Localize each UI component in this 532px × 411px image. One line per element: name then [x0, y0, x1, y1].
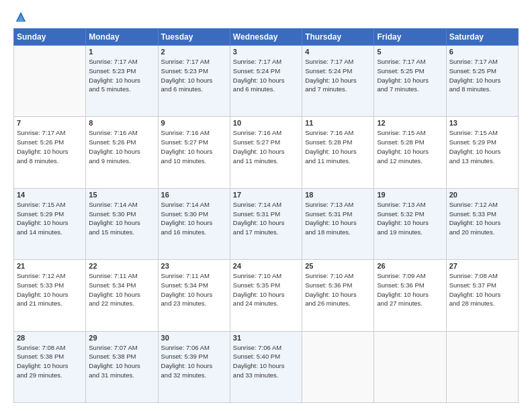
calendar-cell: 29Sunrise: 7:07 AMSunset: 5:38 PMDayligh… — [86, 331, 158, 402]
calendar-header-sunday: Sunday — [14, 29, 86, 46]
day-info: Sunrise: 7:14 AMSunset: 5:30 PMDaylight:… — [89, 200, 154, 237]
day-number: 11 — [305, 119, 371, 127]
day-info: Sunrise: 7:08 AMSunset: 5:38 PMDaylight:… — [17, 343, 83, 380]
day-number: 15 — [89, 191, 154, 199]
calendar-cell: 2Sunrise: 7:17 AMSunset: 5:23 PMDaylight… — [158, 46, 230, 117]
calendar-cell — [14, 46, 86, 117]
day-number: 2 — [161, 48, 227, 56]
day-number: 30 — [161, 334, 227, 342]
calendar-cell: 12Sunrise: 7:15 AMSunset: 5:28 PMDayligh… — [374, 117, 446, 188]
day-number: 6 — [449, 48, 515, 56]
day-info: Sunrise: 7:10 AMSunset: 5:35 PMDaylight:… — [233, 271, 299, 308]
day-info: Sunrise: 7:14 AMSunset: 5:30 PMDaylight:… — [161, 200, 227, 237]
day-number: 12 — [377, 119, 443, 127]
calendar-cell: 25Sunrise: 7:10 AMSunset: 5:36 PMDayligh… — [302, 260, 374, 331]
calendar-cell: 15Sunrise: 7:14 AMSunset: 5:30 PMDayligh… — [86, 188, 158, 259]
day-number: 17 — [233, 191, 299, 199]
day-info: Sunrise: 7:15 AMSunset: 5:29 PMDaylight:… — [17, 200, 83, 237]
calendar-cell: 11Sunrise: 7:16 AMSunset: 5:28 PMDayligh… — [302, 117, 374, 188]
calendar-cell: 21Sunrise: 7:12 AMSunset: 5:33 PMDayligh… — [14, 260, 86, 331]
calendar-cell: 24Sunrise: 7:10 AMSunset: 5:35 PMDayligh… — [230, 260, 302, 331]
day-number: 23 — [161, 262, 227, 270]
day-info: Sunrise: 7:17 AMSunset: 5:23 PMDaylight:… — [161, 57, 227, 94]
calendar-cell — [446, 331, 518, 402]
calendar-cell — [302, 331, 374, 402]
day-info: Sunrise: 7:08 AMSunset: 5:37 PMDaylight:… — [449, 271, 515, 308]
calendar-header-row: SundayMondayTuesdayWednesdayThursdayFrid… — [14, 29, 519, 46]
calendar-cell: 17Sunrise: 7:14 AMSunset: 5:31 PMDayligh… — [230, 188, 302, 259]
page: SundayMondayTuesdayWednesdayThursdayFrid… — [0, 0, 532, 411]
calendar-cell: 7Sunrise: 7:17 AMSunset: 5:26 PMDaylight… — [14, 117, 86, 188]
day-number: 9 — [161, 119, 227, 127]
day-info: Sunrise: 7:17 AMSunset: 5:24 PMDaylight:… — [305, 57, 371, 94]
day-info: Sunrise: 7:16 AMSunset: 5:26 PMDaylight:… — [89, 128, 154, 165]
calendar-week-row: 1Sunrise: 7:17 AMSunset: 5:23 PMDaylight… — [14, 46, 519, 117]
calendar-cell: 22Sunrise: 7:11 AMSunset: 5:34 PMDayligh… — [86, 260, 158, 331]
calendar-header-saturday: Saturday — [446, 29, 518, 46]
calendar-cell: 23Sunrise: 7:11 AMSunset: 5:34 PMDayligh… — [158, 260, 230, 331]
day-info: Sunrise: 7:17 AMSunset: 5:26 PMDaylight:… — [17, 128, 83, 165]
day-info: Sunrise: 7:16 AMSunset: 5:28 PMDaylight:… — [305, 128, 371, 165]
calendar-cell: 16Sunrise: 7:14 AMSunset: 5:30 PMDayligh… — [158, 188, 230, 259]
day-number: 10 — [233, 119, 299, 127]
calendar-cell: 14Sunrise: 7:15 AMSunset: 5:29 PMDayligh… — [14, 188, 86, 259]
day-info: Sunrise: 7:11 AMSunset: 5:34 PMDaylight:… — [89, 271, 154, 308]
day-info: Sunrise: 7:12 AMSunset: 5:33 PMDaylight:… — [17, 271, 83, 308]
calendar-week-row: 21Sunrise: 7:12 AMSunset: 5:33 PMDayligh… — [14, 260, 519, 331]
day-number: 26 — [377, 262, 443, 270]
calendar-week-row: 28Sunrise: 7:08 AMSunset: 5:38 PMDayligh… — [14, 331, 519, 402]
calendar-header-wednesday: Wednesday — [230, 29, 302, 46]
day-number: 7 — [17, 119, 83, 127]
logo-icon — [15, 11, 27, 23]
day-info: Sunrise: 7:13 AMSunset: 5:32 PMDaylight:… — [377, 200, 443, 237]
calendar-header-monday: Monday — [86, 29, 158, 46]
day-number: 5 — [377, 48, 443, 56]
calendar-cell: 6Sunrise: 7:17 AMSunset: 5:25 PMDaylight… — [446, 46, 518, 117]
calendar-cell: 26Sunrise: 7:09 AMSunset: 5:36 PMDayligh… — [374, 260, 446, 331]
day-info: Sunrise: 7:14 AMSunset: 5:31 PMDaylight:… — [233, 200, 299, 237]
header — [13, 11, 519, 23]
calendar-cell: 4Sunrise: 7:17 AMSunset: 5:24 PMDaylight… — [302, 46, 374, 117]
day-number: 1 — [89, 48, 154, 56]
day-number: 13 — [449, 119, 515, 127]
day-number: 4 — [305, 48, 371, 56]
day-info: Sunrise: 7:16 AMSunset: 5:27 PMDaylight:… — [233, 128, 299, 165]
day-number: 3 — [233, 48, 299, 56]
day-info: Sunrise: 7:17 AMSunset: 5:24 PMDaylight:… — [233, 57, 299, 94]
calendar-cell: 28Sunrise: 7:08 AMSunset: 5:38 PMDayligh… — [14, 331, 86, 402]
day-number: 24 — [233, 262, 299, 270]
calendar-cell: 9Sunrise: 7:16 AMSunset: 5:27 PMDaylight… — [158, 117, 230, 188]
day-number: 25 — [305, 262, 371, 270]
day-info: Sunrise: 7:15 AMSunset: 5:28 PMDaylight:… — [377, 128, 443, 165]
logo — [13, 11, 28, 23]
day-info: Sunrise: 7:17 AMSunset: 5:25 PMDaylight:… — [449, 57, 515, 94]
day-info: Sunrise: 7:06 AMSunset: 5:39 PMDaylight:… — [161, 343, 227, 380]
day-number: 28 — [17, 334, 83, 342]
calendar-cell: 20Sunrise: 7:12 AMSunset: 5:33 PMDayligh… — [446, 188, 518, 259]
calendar-cell: 8Sunrise: 7:16 AMSunset: 5:26 PMDaylight… — [86, 117, 158, 188]
day-number: 20 — [449, 191, 515, 199]
day-info: Sunrise: 7:11 AMSunset: 5:34 PMDaylight:… — [161, 271, 227, 308]
day-info: Sunrise: 7:10 AMSunset: 5:36 PMDaylight:… — [305, 271, 371, 308]
calendar-cell: 13Sunrise: 7:15 AMSunset: 5:29 PMDayligh… — [446, 117, 518, 188]
day-info: Sunrise: 7:17 AMSunset: 5:25 PMDaylight:… — [377, 57, 443, 94]
day-number: 18 — [305, 191, 371, 199]
day-number: 16 — [161, 191, 227, 199]
calendar-cell: 19Sunrise: 7:13 AMSunset: 5:32 PMDayligh… — [374, 188, 446, 259]
day-info: Sunrise: 7:12 AMSunset: 5:33 PMDaylight:… — [449, 200, 515, 237]
day-info: Sunrise: 7:06 AMSunset: 5:40 PMDaylight:… — [233, 343, 299, 380]
day-info: Sunrise: 7:15 AMSunset: 5:29 PMDaylight:… — [449, 128, 515, 165]
calendar-header-thursday: Thursday — [302, 29, 374, 46]
calendar-cell: 30Sunrise: 7:06 AMSunset: 5:39 PMDayligh… — [158, 331, 230, 402]
day-number: 31 — [233, 334, 299, 342]
calendar-cell: 27Sunrise: 7:08 AMSunset: 5:37 PMDayligh… — [446, 260, 518, 331]
calendar-header-friday: Friday — [374, 29, 446, 46]
day-number: 21 — [17, 262, 83, 270]
day-number: 27 — [449, 262, 515, 270]
day-number: 29 — [89, 334, 154, 342]
calendar-cell: 10Sunrise: 7:16 AMSunset: 5:27 PMDayligh… — [230, 117, 302, 188]
calendar-week-row: 14Sunrise: 7:15 AMSunset: 5:29 PMDayligh… — [14, 188, 519, 259]
day-number: 22 — [89, 262, 154, 270]
calendar-cell — [374, 331, 446, 402]
day-number: 19 — [377, 191, 443, 199]
